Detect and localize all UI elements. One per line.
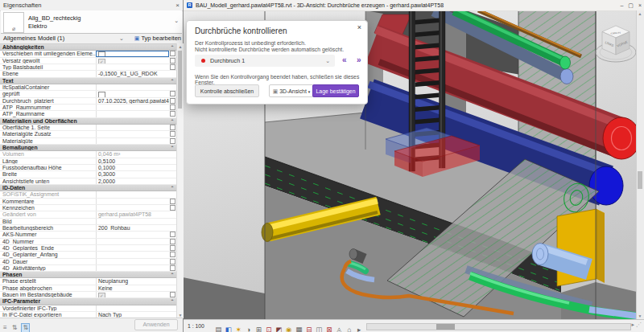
property-value[interactable] bbox=[96, 219, 169, 224]
sun-path-icon[interactable]: ✶ bbox=[233, 324, 244, 332]
scroll-up-icon[interactable]: ▲ bbox=[637, 11, 643, 16]
property-value[interactable] bbox=[96, 131, 169, 137]
property-group-header[interactable]: IFC-Parameter⌃ bbox=[0, 298, 176, 305]
associate-parameter-button[interactable] bbox=[170, 252, 175, 257]
dialog-close-icon[interactable]: × bbox=[357, 23, 361, 31]
property-group-header[interactable]: Materialien und Oberflächen⌃ bbox=[0, 118, 176, 125]
type-selector[interactable]: ⌀ Allg_BD_rechteckig Elektro ⌄ bbox=[1, 10, 182, 34]
checkbox[interactable] bbox=[98, 92, 105, 96]
property-value[interactable]: gerhard.pawlat4PT58 bbox=[96, 211, 169, 217]
collapse-icon[interactable]: ⌃ bbox=[168, 145, 176, 150]
checkbox[interactable] bbox=[98, 51, 105, 56]
viewport-vertical-scrollbar[interactable]: ▲ ▼ bbox=[636, 10, 644, 319]
reveal-hidden-elements-icon[interactable]: ◉ bbox=[284, 324, 295, 332]
property-value[interactable] bbox=[96, 259, 169, 264]
property-value[interactable] bbox=[96, 245, 169, 251]
associate-parameter-button[interactable] bbox=[170, 232, 175, 237]
home-view-icon[interactable]: ⌂ bbox=[345, 324, 355, 332]
associate-parameter-button[interactable] bbox=[170, 125, 175, 130]
associate-parameter-button[interactable] bbox=[170, 265, 175, 271]
close-icon[interactable]: × bbox=[638, 2, 642, 8]
associate-parameter-button[interactable] bbox=[170, 205, 175, 211]
property-value[interactable] bbox=[96, 138, 169, 144]
temporary-view-properties-icon[interactable]: ▦ bbox=[294, 324, 304, 332]
more-tools-icon[interactable]: ▸ bbox=[354, 324, 365, 332]
property-value[interactable]: Keine bbox=[96, 285, 169, 291]
property-value[interactable]: -0,1500_K1_UG_RDOK bbox=[96, 71, 169, 76]
crop-view-icon[interactable]: ⊞ bbox=[254, 324, 264, 332]
property-value[interactable] bbox=[96, 91, 169, 96]
property-group-header[interactable]: Bemaßungen⌃ bbox=[0, 145, 176, 151]
property-value[interactable] bbox=[96, 64, 169, 70]
property-group-header[interactable]: Text⌃ bbox=[0, 78, 176, 84]
property-value[interactable] bbox=[96, 265, 169, 271]
property-value[interactable] bbox=[96, 252, 169, 257]
minimize-icon[interactable]: – bbox=[620, 2, 623, 8]
worksharing-display-icon[interactable]: ◫ bbox=[314, 324, 324, 332]
associate-parameter-button[interactable] bbox=[170, 138, 175, 144]
property-value[interactable] bbox=[96, 305, 169, 311]
scroll-down-icon[interactable]: ▼ bbox=[637, 314, 643, 318]
property-value[interactable]: 200_Rohbau bbox=[96, 225, 169, 231]
associate-parameter-button[interactable] bbox=[170, 51, 175, 56]
finish-control-button[interactable]: Kontrolle abschließen bbox=[195, 84, 259, 97]
associate-parameter-button[interactable] bbox=[170, 64, 175, 70]
scale-button[interactable]: 1 : 100 bbox=[188, 322, 204, 331]
scroll-up-icon[interactable]: ▲ bbox=[177, 44, 184, 49]
visual-style-icon[interactable]: ◧ bbox=[224, 324, 234, 332]
property-value[interactable]: 0,046 m³ bbox=[96, 151, 169, 157]
palette-close-icon[interactable]: × bbox=[175, 0, 180, 10]
property-value[interactable]: 07.10.2025, gerhard.pawlat4PT58 bbox=[96, 98, 169, 104]
temporary-hide-isolate-icon[interactable]: ◩ bbox=[274, 324, 284, 332]
detail-level-icon[interactable]: ▤ bbox=[213, 324, 224, 332]
property-value[interactable] bbox=[96, 51, 169, 56]
scrollbar-thumb[interactable] bbox=[436, 324, 455, 330]
horizontal-scrollbar[interactable] bbox=[366, 323, 631, 330]
property-value[interactable] bbox=[96, 239, 169, 244]
reveal-constraints-icon[interactable]: ⊟ bbox=[304, 324, 315, 332]
property-value[interactable] bbox=[96, 232, 169, 237]
confirm-position-button[interactable]: Lage bestätigen bbox=[312, 84, 359, 97]
associate-parameter-button[interactable] bbox=[170, 131, 175, 137]
associate-parameter-button[interactable] bbox=[170, 245, 175, 251]
displace-elements-icon[interactable]: ⊠ bbox=[324, 324, 335, 332]
chevron-down-icon[interactable]: ⌄ bbox=[119, 33, 124, 43]
property-value[interactable] bbox=[96, 205, 169, 211]
associate-parameter-button[interactable] bbox=[170, 111, 175, 117]
3d-view-dropdown-button[interactable]: ▣ 3D-Ansicht ▾ bbox=[269, 84, 314, 97]
property-value[interactable] bbox=[96, 105, 169, 110]
analytical-model-icon[interactable]: ◬ bbox=[334, 324, 345, 332]
property-value[interactable]: 0,3000 bbox=[96, 171, 169, 177]
associate-parameter-button[interactable] bbox=[170, 259, 175, 264]
property-value[interactable] bbox=[96, 191, 169, 197]
property-value[interactable]: 0,5100 bbox=[96, 158, 169, 164]
edit-type-button[interactable]: ▣Typ bearbeiten bbox=[134, 33, 181, 43]
property-value[interactable] bbox=[96, 84, 169, 90]
properties-order-icon[interactable]: ≡ bbox=[2, 323, 8, 332]
show-crop-region-icon[interactable]: ⊡ bbox=[264, 324, 275, 332]
collapse-icon[interactable]: ⌃ bbox=[168, 298, 176, 304]
property-value[interactable] bbox=[96, 125, 169, 130]
next-button[interactable]: » bbox=[357, 55, 361, 64]
instance-selector[interactable]: Allgemeines Modell (1) bbox=[3, 33, 64, 43]
associate-parameter-button[interactable] bbox=[170, 91, 175, 96]
property-group-header[interactable]: Phasen⌃ bbox=[0, 272, 176, 278]
property-group-header[interactable]: Abhängigkeiten⌃ bbox=[0, 44, 176, 51]
sort-ascending-icon[interactable]: ⇅ bbox=[11, 323, 19, 332]
collapse-icon[interactable]: ⌃ bbox=[168, 44, 176, 50]
property-value[interactable] bbox=[96, 199, 169, 204]
property-value[interactable]: 2,0000 bbox=[96, 178, 169, 184]
associate-parameter-button[interactable] bbox=[170, 239, 175, 244]
associate-parameter-button[interactable] bbox=[170, 105, 175, 110]
property-group-header[interactable]: ID-Daten⌃ bbox=[0, 185, 176, 191]
maximize-icon[interactable]: ▢ bbox=[628, 2, 634, 8]
associate-parameter-button[interactable] bbox=[170, 292, 175, 297]
scrollbar-thumb[interactable] bbox=[178, 51, 182, 109]
collapse-icon[interactable]: ⌃ bbox=[168, 185, 176, 191]
scrollbar-thumb[interactable] bbox=[638, 171, 642, 189]
associate-parameter-button[interactable] bbox=[170, 58, 175, 64]
property-value[interactable]: 0,1000 bbox=[96, 165, 169, 170]
previous-button[interactable]: « bbox=[342, 55, 347, 64]
apply-button[interactable]: Anwenden bbox=[134, 319, 178, 330]
property-value[interactable]: Neuplanung bbox=[96, 278, 169, 284]
